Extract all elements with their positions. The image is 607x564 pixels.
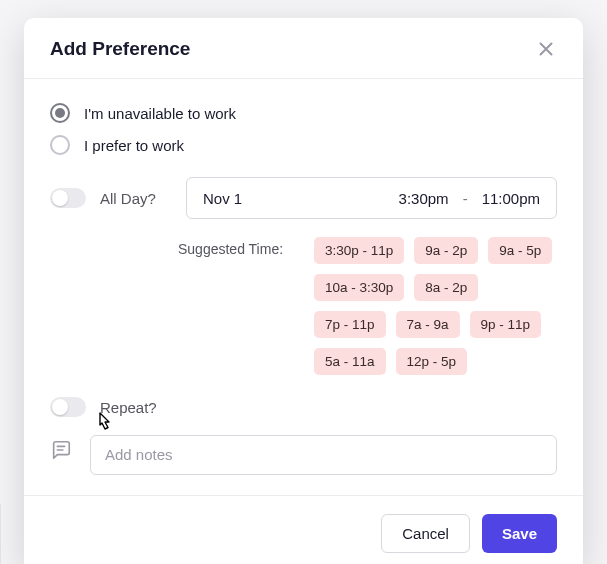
start-time-value: 3:30pm <box>399 190 449 207</box>
time-dash: - <box>463 190 468 207</box>
notes-icon <box>50 439 72 461</box>
radio-circle-icon <box>50 135 70 155</box>
cancel-button[interactable]: Cancel <box>381 514 470 553</box>
suggested-chips: 3:30p - 11p9a - 2p9a - 5p10a - 3:30p8a -… <box>314 237 557 375</box>
suggested-time-chip[interactable]: 9a - 2p <box>414 237 478 264</box>
repeat-label: Repeat? <box>100 399 172 416</box>
preference-radio-group: I'm unavailable to work I prefer to work <box>50 103 557 155</box>
add-preference-modal: Add Preference I'm unavailable to work I… <box>24 18 583 564</box>
date-value: Nov 1 <box>203 190 399 207</box>
suggested-time-chip[interactable]: 5a - 11a <box>314 348 386 375</box>
suggested-time-chip[interactable]: 12p - 5p <box>396 348 468 375</box>
end-time-value: 11:00pm <box>482 190 540 207</box>
suggested-time-chip[interactable]: 8a - 2p <box>414 274 478 301</box>
repeat-toggle[interactable] <box>50 397 86 417</box>
notes-input[interactable] <box>90 435 557 475</box>
close-icon <box>535 38 557 60</box>
radio-circle-icon <box>50 103 70 123</box>
modal-header: Add Preference <box>24 18 583 79</box>
notes-row <box>50 435 557 475</box>
suggested-time-label: Suggested Time: <box>174 241 314 375</box>
all-day-row: All Day? Nov 1 3:30pm - 11:00pm <box>50 177 557 219</box>
suggested-time-chip[interactable]: 3:30p - 11p <box>314 237 404 264</box>
modal-title: Add Preference <box>50 38 190 60</box>
date-time-input[interactable]: Nov 1 3:30pm - 11:00pm <box>186 177 557 219</box>
suggested-time-chip[interactable]: 7a - 9a <box>396 311 460 338</box>
all-day-toggle[interactable] <box>50 188 86 208</box>
suggested-time-chip[interactable]: 9a - 5p <box>488 237 552 264</box>
radio-unavailable[interactable]: I'm unavailable to work <box>50 103 557 123</box>
all-day-label: All Day? <box>100 190 172 207</box>
radio-prefer-label: I prefer to work <box>84 137 184 154</box>
repeat-row: Repeat? <box>50 397 557 417</box>
close-button[interactable] <box>535 38 557 60</box>
save-button[interactable]: Save <box>482 514 557 553</box>
suggested-time-row: Suggested Time: 3:30p - 11p9a - 2p9a - 5… <box>50 237 557 375</box>
radio-prefer[interactable]: I prefer to work <box>50 135 557 155</box>
modal-footer: Cancel Save <box>24 495 583 564</box>
radio-unavailable-label: I'm unavailable to work <box>84 105 236 122</box>
suggested-time-chip[interactable]: 7p - 11p <box>314 311 386 338</box>
suggested-time-chip[interactable]: 10a - 3:30p <box>314 274 404 301</box>
modal-body: I'm unavailable to work I prefer to work… <box>24 79 583 495</box>
suggested-time-chip[interactable]: 9p - 11p <box>470 311 542 338</box>
